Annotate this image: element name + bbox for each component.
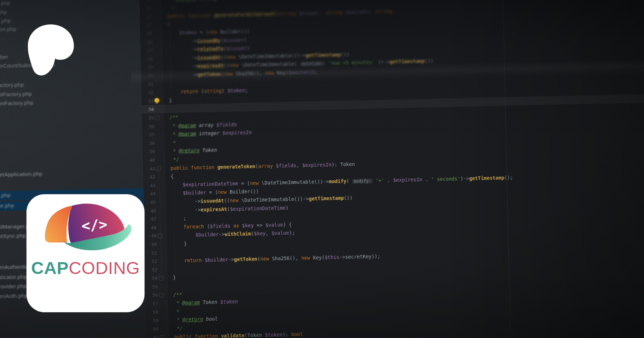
line-number: 58 [145, 308, 158, 317]
brand-cap: CAP [31, 258, 69, 278]
line-number: 43 [142, 181, 156, 190]
fold-marker-icon[interactable]: - [158, 234, 162, 239]
code-text: { [167, 20, 171, 29]
line-number: 47 [143, 215, 156, 224]
line-number: 44 [142, 190, 156, 199]
line-number: 23 [138, 12, 152, 21]
code-cap-icon: </> [34, 202, 138, 256]
line-number: 56 [145, 291, 158, 300]
line-number: 22 [138, 4, 152, 13]
screenshot-root: 20 *21 * @return string22 */23public fun… [0, 0, 644, 338]
fold-marker-icon[interactable]: - [155, 116, 160, 120]
code-text: * @return bool [174, 315, 218, 324]
sidebar-item-criptionfactory-php[interactable]: criptionFactory.php [0, 99, 34, 109]
capcoding-logo-card: </> CAPCODING [26, 194, 145, 312]
sidebar-item-thenticator-php[interactable]: thenticator.php [0, 274, 27, 283]
line-number: 36 [141, 122, 154, 131]
code-text: */ [167, 3, 176, 12]
sidebar-item-questsync-php[interactable]: questSync.php [0, 232, 26, 241]
line-number: 48 [143, 223, 157, 232]
code-text: * [170, 138, 176, 147]
line-number: 55 [144, 282, 158, 291]
line-number: 37 [141, 130, 155, 139]
sidebar-item-ubscriber[interactable]: ubscriber [0, 54, 8, 62]
line-number: 35 [141, 113, 154, 122]
line-number: 61 [145, 333, 159, 338]
line-number: 45 [142, 198, 156, 207]
sidebar-item-tokenauth-php[interactable]: TokenAuth.php [0, 293, 28, 302]
line-number: 32 [140, 88, 153, 97]
line-number: 39 [141, 147, 155, 156]
brand-coding: CODING [69, 258, 140, 278]
fold-marker-icon[interactable]: - [156, 166, 161, 171]
line-number: 31 [140, 80, 153, 89]
line-number: 28 [139, 54, 153, 63]
patreon-logo [27, 24, 76, 79]
line-number: 52 [144, 257, 157, 266]
code-text: */ [170, 155, 179, 164]
code-text: } [173, 274, 176, 282]
line-number: 42 [142, 172, 155, 181]
sidebar-item-equestfactory-php[interactable]: equestFactory.php [0, 90, 32, 100]
sidebar-item-ounter-php[interactable]: ounter.php [0, 0, 10, 9]
line-number: 25 [139, 29, 152, 38]
fold-marker-icon[interactable]: - [159, 293, 164, 298]
line-number: 27 [139, 46, 153, 55]
line-number: 57 [145, 299, 158, 308]
code-text: /** [169, 113, 178, 122]
line-number: 60 [145, 324, 159, 333]
line-number: 41 [142, 164, 155, 173]
code-text: /** [173, 290, 182, 299]
capcoding-wordmark: CAPCODING [26, 258, 145, 278]
line-number: 30 [140, 71, 153, 80]
sidebar-item-nsefactory-php[interactable]: nseFactory.php [0, 82, 24, 90]
fold-marker-icon[interactable]: - [160, 335, 165, 338]
line-number: 46 [142, 206, 156, 215]
sidebar-item-tings-php[interactable]: tings.php [0, 9, 7, 18]
line-number: 29 [140, 63, 153, 72]
line-number: 33 [140, 97, 154, 106]
code-text: { [171, 172, 174, 181]
code-text: * [174, 307, 180, 316]
sidebar-item-scription-php[interactable]: scription.php [0, 26, 16, 35]
line-number: 38 [141, 139, 155, 148]
code-text: */ [174, 324, 183, 333]
line-number: 26 [139, 38, 152, 46]
code-glyph: </> [81, 216, 108, 234]
code-text: } [169, 96, 172, 105]
code-text: ; [171, 214, 186, 223]
sidebar-item-ervice-php[interactable]: ervice.php [0, 202, 14, 211]
sidebar-item-auth-php[interactable]: Auth.php [0, 192, 11, 201]
sidebar-item-bucketapplication-php[interactable]: bucketApplication.php [0, 171, 43, 180]
sidebar-item-erprovider-php[interactable]: erProvider.php [0, 283, 27, 292]
line-number: 50 [143, 240, 157, 249]
line-number: 40 [141, 156, 155, 165]
line-number: 49 [143, 232, 157, 241]
code-text: } [172, 239, 187, 248]
code-text: * @return Token [170, 146, 217, 156]
fold-marker-icon[interactable]: - [158, 276, 163, 281]
line-number: 54 [144, 274, 158, 283]
line-number: 51 [143, 249, 157, 258]
line-number: 34 [140, 105, 154, 114]
sidebar-item-pelog-php[interactable]: peLog.php [0, 18, 11, 26]
line-number: 59 [145, 316, 158, 325]
line-number: 24 [138, 20, 152, 29]
line-number: 53 [144, 265, 157, 274]
